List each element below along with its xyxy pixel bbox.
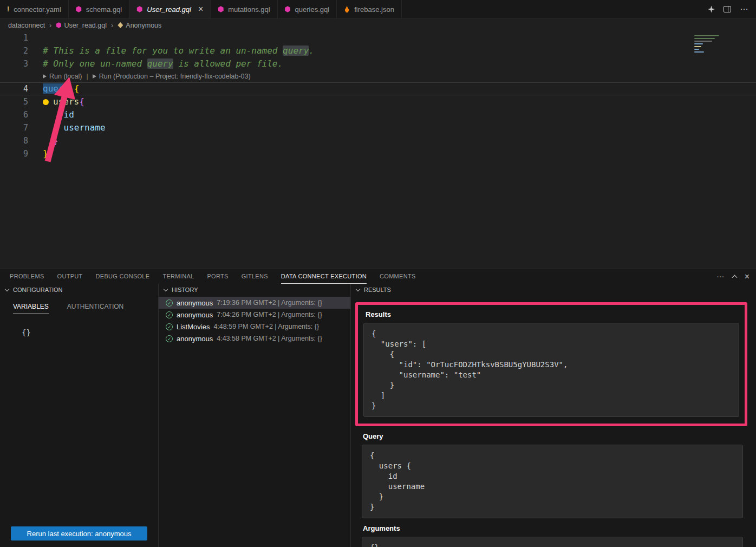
panel-tab-terminal[interactable]: TERMINAL: [162, 269, 194, 284]
results-scroll[interactable]: Results { "users": [ { "id": "OrTucFODZH…: [351, 296, 756, 547]
token: # Only one un-named: [43, 58, 147, 69]
code-line[interactable]: 2# This is a file for you to write an un…: [0, 44, 756, 57]
chevron-down-icon[interactable]: [5, 286, 9, 291]
panel-tab-comments[interactable]: COMMENTS: [380, 269, 416, 284]
breadcrumb-label: dataconnect: [8, 22, 45, 29]
history-item[interactable]: ListMovies4:48:59 PM GMT+2 | Arguments: …: [159, 321, 350, 333]
split-editor-icon[interactable]: [724, 6, 731, 12]
breadcrumb-item-dataconnect[interactable]: dataconnect: [8, 22, 45, 29]
results-json-block[interactable]: { "users": [ { "id": "OrTucFODZHTksvBSBU…: [363, 323, 739, 417]
chevron-down-icon[interactable]: [164, 286, 168, 291]
tab-label: mutations.gql: [228, 5, 270, 14]
panel-close-icon[interactable]: [745, 272, 750, 282]
tab-label: firebase.json: [354, 5, 394, 14]
breadcrumb: dataconnect›User_read.gql›Anonymous: [0, 19, 756, 31]
line-content: username: [43, 121, 106, 134]
chevron-down-icon[interactable]: [356, 286, 360, 291]
token: {: [79, 96, 84, 107]
config-tab-variables[interactable]: VARIABLES: [13, 303, 49, 314]
history-detail: 7:04:26 PM GMT+2 | Arguments: {}: [217, 311, 322, 318]
panel-tab-bar: PROBLEMSOUTPUTDEBUG CONSOLETERMINALPORTS…: [0, 269, 756, 284]
panel-body: CONFIGURATION VARIABLESAUTHENTICATION {}…: [0, 284, 756, 547]
more-actions-icon[interactable]: [740, 4, 748, 14]
line-content: # This is a file for you to write an un-…: [43, 44, 314, 57]
configuration-tabs: VARIABLESAUTHENTICATION: [0, 303, 158, 314]
line-content: query {: [43, 83, 79, 95]
history-item[interactable]: anonymous4:43:58 PM GMT+2 | Arguments: {…: [159, 333, 350, 344]
token: username: [43, 122, 106, 133]
panel-tab-gitlens[interactable]: GITLENS: [242, 269, 268, 284]
bottom-panel: PROBLEMSOUTPUTDEBUG CONSOLETERMINALPORTS…: [0, 269, 756, 547]
graphql-icon: [136, 6, 142, 12]
token: users: [53, 96, 79, 107]
code-line[interactable]: 9}: [0, 147, 756, 160]
configuration-title: CONFIGURATION: [13, 286, 62, 293]
history-name: ListMovies: [177, 323, 210, 331]
code-line[interactable]: 6 id: [0, 108, 756, 121]
rerun-button[interactable]: Rerun last execution: anonymous: [11, 526, 147, 541]
history-detail: 4:43:58 PM GMT+2 | Arguments: {}: [217, 335, 322, 342]
config-tab-authentication[interactable]: AUTHENTICATION: [67, 303, 123, 314]
symbol-icon: [118, 22, 123, 28]
code-line[interactable]: 5users{: [0, 95, 756, 108]
code-line[interactable]: 7 username: [0, 121, 756, 134]
panel-more-actions-icon[interactable]: [716, 272, 725, 282]
breadcrumb-item-user-read-gql[interactable]: User_read.gql: [56, 22, 107, 29]
code-editor[interactable]: 12# This is a file for you to write an u…: [0, 31, 756, 269]
line-content: }: [43, 134, 58, 147]
run-production-link[interactable]: Run (Production – Project: friendly-flix…: [93, 73, 251, 80]
minimap[interactable]: [694, 34, 748, 66]
run-icon: [43, 74, 47, 79]
line-number: 4: [0, 83, 28, 95]
gutter-spacer: [0, 70, 28, 82]
panel-tab-problems[interactable]: PROBLEMS: [10, 269, 44, 284]
tab-firebase-json[interactable]: firebase.json: [337, 0, 402, 18]
token: query: [283, 45, 309, 56]
token: query: [43, 83, 69, 94]
arguments-label: Arguments: [363, 524, 747, 532]
panel-maximize-icon[interactable]: [732, 275, 737, 280]
tab-schema-gql[interactable]: schema.gql: [69, 0, 129, 18]
editor-tab-bar: !connector.yamlschema.gqlUser_read.gql×m…: [0, 0, 756, 19]
breadcrumb-item-anonymous[interactable]: Anonymous: [118, 22, 161, 29]
code-line[interactable]: 4query {: [0, 82, 756, 95]
tab-queries-gql[interactable]: queries.gql: [278, 0, 337, 18]
history-item[interactable]: anonymous7:04:26 PM GMT+2 | Arguments: {…: [159, 309, 350, 321]
line-content: id: [43, 108, 74, 121]
lightbulb-icon[interactable]: [43, 99, 49, 105]
token: query: [147, 58, 173, 69]
line-number: 9: [0, 147, 28, 160]
panel-tab-ports[interactable]: PORTS: [207, 269, 228, 284]
close-icon[interactable]: ×: [198, 5, 203, 14]
code-line[interactable]: 3# Only one un-named query is allowed pe…: [0, 57, 756, 70]
tab-mutations-gql[interactable]: mutations.gql: [211, 0, 277, 18]
check-icon: [166, 299, 173, 307]
configuration-header: CONFIGURATION: [0, 284, 158, 296]
panel-tab-output[interactable]: OUTPUT: [57, 269, 83, 284]
query-block[interactable]: { users { id username } }: [362, 445, 743, 518]
graphql-icon: [56, 22, 61, 28]
token: is allowed per file.: [173, 58, 283, 69]
line-content: # Only one un-named query is allowed per…: [43, 57, 283, 70]
results-title: RESULTS: [364, 286, 391, 293]
vscode-window: !connector.yamlschema.gqlUser_read.gql×m…: [0, 0, 756, 547]
arguments-block[interactable]: {}: [362, 537, 743, 547]
variables-value[interactable]: {}: [22, 328, 158, 337]
panel-tab-data-connect-execution[interactable]: DATA CONNECT EXECUTION: [281, 269, 367, 284]
codelens: Run (local)|Run (Production – Project: f…: [0, 70, 756, 82]
code-line[interactable]: 1: [0, 31, 756, 44]
graphql-icon: [76, 6, 82, 12]
run-local-link[interactable]: Run (local): [43, 73, 82, 80]
tab-label: queries.gql: [295, 5, 330, 14]
sparkle-icon[interactable]: [708, 6, 715, 13]
code-line[interactable]: 8 }: [0, 134, 756, 147]
history-item[interactable]: anonymous7:19:36 PM GMT+2 | Arguments: {…: [159, 297, 350, 309]
tab-user-read-gql[interactable]: User_read.gql×: [129, 0, 211, 18]
token: [69, 83, 74, 94]
results-label: Results: [366, 310, 739, 318]
chevron-right-icon: ›: [111, 21, 113, 29]
graphql-icon: [218, 6, 224, 12]
tab-connector-yaml[interactable]: !connector.yaml: [0, 0, 69, 18]
panel-tab-debug-console[interactable]: DEBUG CONSOLE: [96, 269, 150, 284]
line-number: 3: [0, 57, 28, 70]
